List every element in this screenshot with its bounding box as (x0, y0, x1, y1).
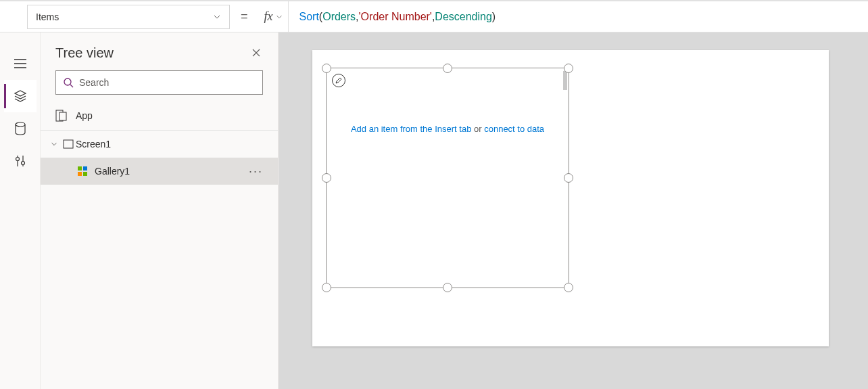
resize-handle[interactable] (564, 173, 573, 183)
search-input[interactable] (55, 70, 263, 95)
tree-gallery-label: Gallery1 (95, 166, 130, 177)
svg-point-2 (21, 162, 24, 165)
tree-app-node[interactable]: App (41, 104, 278, 127)
tree-view-title: Tree view (55, 45, 247, 61)
resize-handle[interactable] (322, 64, 331, 73)
gallery-selection[interactable]: Add an item from the Insert tab or conne… (326, 68, 569, 288)
svg-rect-9 (78, 172, 82, 176)
fx-icon: fx (264, 9, 273, 24)
search-icon (63, 77, 74, 88)
close-panel-button[interactable] (247, 43, 266, 62)
hamburger-button[interactable] (4, 47, 37, 80)
data-button[interactable] (4, 112, 37, 145)
gallery-placeholder: Add an item from the Insert tab or conne… (327, 124, 569, 134)
tree-view-panel: Tree view App (41, 32, 279, 389)
svg-rect-6 (64, 140, 73, 148)
gallery-icon (77, 166, 88, 177)
screen-artboard[interactable]: Add an item from the Insert tab or conne… (312, 50, 829, 346)
svg-point-3 (64, 78, 71, 85)
formula-input[interactable]: Sort ( Orders , 'Order Number' , Descend… (289, 11, 868, 23)
more-options-button[interactable]: ··· (246, 162, 266, 181)
chevron-down-icon (276, 14, 283, 20)
advanced-tools-button[interactable] (4, 145, 37, 177)
property-dropdown[interactable]: Items (27, 5, 230, 29)
formula-token-identifier: Orders (322, 11, 356, 23)
formula-token-keyword: Descending (435, 11, 492, 23)
canvas[interactable]: Add an item from the Insert tab or conne… (279, 32, 868, 389)
svg-rect-7 (78, 166, 82, 170)
screen-icon (61, 139, 76, 149)
tree-screen-node[interactable]: Screen1 (41, 131, 278, 158)
chevron-down-icon (47, 141, 61, 147)
resize-handle[interactable] (443, 283, 452, 292)
svg-rect-5 (59, 112, 66, 120)
tree-app-label: App (76, 110, 93, 121)
tree-view-button[interactable] (4, 80, 37, 112)
formula-token-string: 'Order Number' (359, 11, 432, 23)
resize-handle[interactable] (322, 173, 331, 183)
svg-rect-8 (83, 166, 87, 170)
formula-bar: Items = fx Sort ( Orders , 'Order Number… (0, 1, 868, 32)
svg-rect-10 (83, 172, 87, 176)
connect-data-link[interactable]: connect to data (484, 124, 544, 134)
scrollbar-thumb[interactable] (563, 71, 567, 90)
left-rail (0, 32, 41, 389)
insert-tab-link[interactable]: Add an item from the Insert tab (351, 124, 471, 134)
fx-button[interactable]: fx (259, 1, 289, 32)
resize-handle[interactable] (443, 64, 452, 73)
svg-point-0 (16, 122, 25, 127)
resize-handle[interactable] (564, 64, 573, 73)
resize-handle[interactable] (564, 283, 573, 292)
search-field[interactable] (79, 77, 256, 88)
edit-template-button[interactable] (332, 74, 345, 87)
formula-token-function: Sort (299, 11, 319, 23)
equals-label: = (230, 9, 259, 24)
svg-point-1 (16, 158, 19, 161)
property-value: Items (36, 12, 59, 22)
tree-gallery-node[interactable]: Gallery1 ··· (41, 158, 278, 185)
resize-handle[interactable] (322, 283, 331, 292)
chevron-down-icon (213, 13, 221, 21)
app-icon (55, 110, 68, 122)
tree-screen-label: Screen1 (76, 139, 111, 150)
